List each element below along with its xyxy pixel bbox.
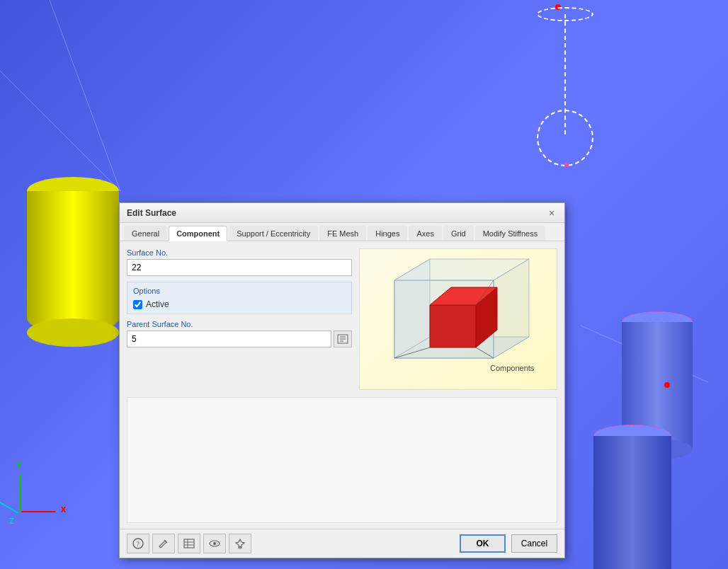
pin-icon xyxy=(234,538,246,549)
view-icon xyxy=(209,538,220,549)
select-icon xyxy=(337,334,348,344)
tab-modify-stiffness[interactable]: Modify Stiffness xyxy=(475,226,545,241)
edit-icon xyxy=(158,538,169,549)
active-label: Active xyxy=(146,299,169,309)
tab-grid[interactable]: Grid xyxy=(443,226,474,241)
table-icon xyxy=(183,538,195,549)
edit-surface-dialog: Edit Surface × General Component Support… xyxy=(119,202,565,558)
pin-button[interactable] xyxy=(229,534,251,553)
component-svg: Components xyxy=(366,252,550,386)
parent-surface-no-input[interactable] xyxy=(127,331,331,347)
tab-component[interactable]: Component xyxy=(169,226,227,241)
close-button[interactable]: × xyxy=(546,207,557,219)
lower-area xyxy=(127,397,557,523)
tabs-bar: General Component Support / Eccentricity… xyxy=(120,223,564,241)
view-button[interactable] xyxy=(203,534,226,553)
help-button[interactable]: ? xyxy=(127,534,149,553)
component-image: Components xyxy=(359,248,557,390)
footer-left-buttons: ? xyxy=(127,534,251,553)
dialog-titlebar: Edit Surface × xyxy=(120,203,564,223)
blue-cylinder-right-bottom xyxy=(593,425,671,569)
footer-right-buttons: OK Cancel xyxy=(460,534,557,553)
svg-point-28 xyxy=(213,542,216,545)
edit-button[interactable] xyxy=(152,534,175,553)
left-panel: Surface No. Options Active Parent Surfac… xyxy=(127,248,352,390)
tab-fe-mesh[interactable]: FE Mesh xyxy=(319,226,366,241)
dialog-body: Surface No. Options Active Parent Surfac… xyxy=(120,241,564,397)
table-button[interactable] xyxy=(178,534,200,553)
options-header: Options xyxy=(133,287,346,295)
cancel-button[interactable]: Cancel xyxy=(511,534,557,553)
axis-indicator: X Y Z xyxy=(6,470,62,527)
parent-surface-select-button[interactable] xyxy=(334,331,352,347)
svg-rect-23 xyxy=(184,539,194,548)
tab-axes[interactable]: Axes xyxy=(409,226,441,241)
right-panel: Components xyxy=(359,248,557,390)
svg-text:Components: Components xyxy=(490,364,535,372)
tab-general[interactable]: General xyxy=(124,226,167,241)
surface-no-input[interactable] xyxy=(127,259,352,276)
dialog-footer: ? xyxy=(120,529,564,558)
dialog-title: Edit Surface xyxy=(127,208,176,218)
parent-input-row xyxy=(127,331,352,347)
tab-support-eccentricity[interactable]: Support / Eccentricity xyxy=(229,226,318,241)
svg-text:?: ? xyxy=(137,540,140,548)
y-axis: Y xyxy=(20,473,21,512)
y-axis-label: Y xyxy=(16,461,21,469)
ok-button[interactable]: OK xyxy=(460,534,506,553)
z-axis-label: Z xyxy=(9,517,14,525)
help-icon: ? xyxy=(132,538,144,549)
active-checkbox[interactable] xyxy=(133,300,142,309)
surface-no-label: Surface No. xyxy=(127,248,352,257)
parent-surface-no-group: Parent Surface No. xyxy=(127,320,352,347)
parent-surface-no-label: Parent Surface No. xyxy=(127,320,352,328)
red-dot-right xyxy=(664,382,670,388)
x-axis: X xyxy=(20,511,55,512)
tab-hinges[interactable]: Hinges xyxy=(368,226,407,241)
svg-marker-13 xyxy=(430,305,476,347)
active-checkbox-row: Active xyxy=(133,299,346,309)
surface-no-group: Surface No. xyxy=(127,248,352,276)
x-axis-label: X xyxy=(61,505,66,514)
options-group: Options Active xyxy=(127,282,352,314)
yellow-cylinder xyxy=(27,177,119,333)
dashed-circle-top-right xyxy=(530,7,601,163)
